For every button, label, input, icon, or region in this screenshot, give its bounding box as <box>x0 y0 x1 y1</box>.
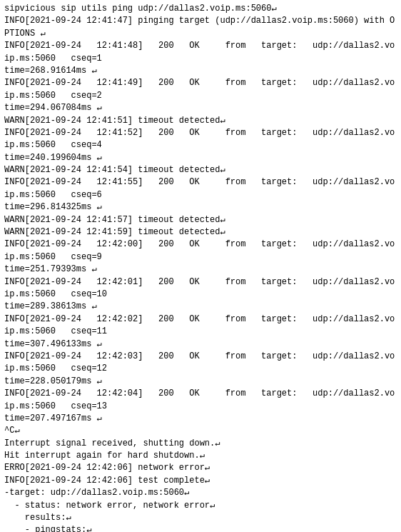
terminal-line: INFO[2021-09-24 12:41:55] 200 OK from ta… <box>4 176 397 201</box>
terminal-line: INFO[2021-09-24 12:42:00] 200 OK from ta… <box>4 239 397 264</box>
terminal-output: sipvicious sip utils ping udp://dallas2.… <box>4 3 397 532</box>
terminal-line: sipvicious sip utils ping udp://dallas2.… <box>4 3 397 15</box>
terminal-line: -target: udp://dallas2.voip.ms:5060↵ <box>4 487 397 499</box>
terminal-line: INFO[2021-09-24 12:42:06] test complete↵ <box>4 475 397 487</box>
terminal-line: INFO[2021-09-24 12:42:04] 200 OK from ta… <box>4 388 397 413</box>
terminal-line: INFO[2021-09-24 12:42:03] 200 OK from ta… <box>4 351 397 376</box>
terminal-line: INFO[2021-09-24 12:42:02] 200 OK from ta… <box>4 313 397 338</box>
terminal-line: - status: network error, network error↵ <box>4 500 397 512</box>
terminal-line: WARN[2021-09-24 12:41:57] timeout detect… <box>4 214 397 226</box>
terminal-line: time=251.79393ms ↵ <box>4 264 397 276</box>
terminal-line: WARN[2021-09-24 12:41:54] timeout detect… <box>4 164 397 176</box>
terminal-line: time=228.050179ms ↵ <box>4 376 397 388</box>
terminal-line: Hit interrupt again for hard shutdown.↵ <box>4 450 397 462</box>
terminal-line: time=289.38613ms ↵ <box>4 301 397 313</box>
terminal-line: results:↵ <box>4 512 397 524</box>
terminal-line: time=307.496133ms ↵ <box>4 338 397 351</box>
terminal-line: Interrupt signal received, shutting down… <box>4 438 397 450</box>
terminal-line: WARN[2021-09-24 12:41:51] timeout detect… <box>4 115 397 127</box>
terminal-line: time=240.199604ms ↵ <box>4 152 397 164</box>
terminal-line: INFO[2021-09-24 12:41:48] 200 OK from ta… <box>4 40 397 65</box>
terminal-line: time=296.814325ms ↵ <box>4 201 397 214</box>
terminal-line: ERRO[2021-09-24 12:42:06] network error↵ <box>4 462 397 474</box>
terminal-line: WARN[2021-09-24 12:41:59] timeout detect… <box>4 226 397 239</box>
terminal-line: time=207.497167ms ↵ <box>4 413 397 425</box>
terminal-line: - pingstats:↵ <box>4 524 397 532</box>
terminal-line: time=268.91614ms ↵ <box>4 65 397 77</box>
terminal-line: INFO[2021-09-24 12:42:01] 200 OK from ta… <box>4 276 397 301</box>
terminal-line: ^C↵ <box>4 425 397 437</box>
terminal-line: INFO[2021-09-24 12:41:47] pinging target… <box>4 15 397 40</box>
terminal-line: time=294.067084ms ↵ <box>4 102 397 114</box>
terminal-line: INFO[2021-09-24 12:41:49] 200 OK from ta… <box>4 77 397 102</box>
terminal-line: INFO[2021-09-24 12:41:52] 200 OK from ta… <box>4 127 397 152</box>
